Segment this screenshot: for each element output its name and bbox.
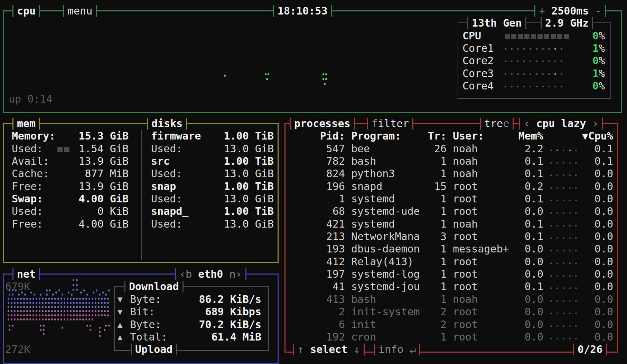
col-user[interactable]: User: (453, 130, 484, 142)
filter-button[interactable]: filter (367, 118, 413, 130)
upload-graph-dot (95, 314, 96, 316)
refresh-minus-button[interactable]: - (595, 5, 601, 17)
process-row[interactable]: 412Relay(413)1root0.00.0 (284, 256, 616, 268)
tab-menu[interactable]: menu (63, 5, 97, 17)
net-stat-label: Byte: (130, 293, 161, 306)
upload-graph-dot (45, 314, 47, 316)
iface-next-button[interactable]: n› (230, 268, 242, 280)
col-pid[interactable]: Pid: (295, 130, 345, 142)
tree-hotkey: e (503, 118, 509, 130)
process-cpu-spark-dot (550, 162, 552, 164)
process-threads: 2 (395, 306, 447, 318)
tree-button[interactable]: tree (480, 118, 514, 130)
net-stat-row: ▼Bit:689 Kibps (116, 306, 263, 318)
meter-block (544, 34, 549, 39)
download-graph-dot (95, 298, 96, 300)
process-row[interactable]: 421systemd1noah0.10.0 (284, 218, 616, 230)
process-row[interactable]: 2init-system2root0.00.0 (284, 306, 616, 318)
download-graph-dot (54, 302, 56, 304)
process-row[interactable]: 782bash1noah0.10.1 (284, 155, 616, 167)
download-graph-dot (108, 289, 110, 291)
net-panel-title[interactable]: net (12, 268, 40, 280)
process-row[interactable]: 193dbus-daemon1messageb+0.00.0 (284, 243, 616, 255)
download-graph-dot (68, 291, 69, 294)
upload-graph-dot (104, 310, 106, 312)
upload-graph-dot (60, 318, 62, 320)
download-graph-dot (14, 306, 16, 308)
process-row[interactable]: 68systemd-ude1root0.00.0 (284, 205, 616, 218)
process-user: root (453, 256, 478, 268)
process-row[interactable]: 192cron1root0.00.0 (284, 331, 616, 343)
download-graph-dot (21, 291, 23, 294)
process-row[interactable]: 41systemd-jou1root0.10.0 (284, 280, 616, 293)
process-row[interactable]: 547bee26noah2.20.1 (284, 143, 616, 155)
process-user: noah (453, 167, 478, 180)
processes-panel-title[interactable]: processes (290, 118, 355, 130)
process-cpu-spark-dot (569, 150, 571, 151)
process-row[interactable]: 824python31noah0.10.0 (284, 167, 616, 180)
process-cpu-spark-dot (563, 338, 564, 339)
process-mem-percent: 0.1 (506, 155, 543, 167)
process-mem-percent: 0.0 (506, 293, 543, 306)
process-threads: 1 (395, 155, 447, 167)
net-stat-row: ▲Total:61.4 MiB (116, 331, 263, 343)
process-cpu-percent: 0.0 (580, 318, 613, 331)
col-cpu-sorted[interactable]: ▼Cpu% (575, 130, 613, 142)
process-cpu-spark-dot (550, 237, 552, 239)
process-row[interactable]: 196snapd15root0.20.0 (284, 180, 616, 193)
col-threads[interactable]: Tr: (395, 130, 447, 142)
process-cpu-spark-dot (563, 300, 564, 302)
cpu-stat-row: Core40% (462, 80, 605, 92)
process-user: root (453, 306, 478, 318)
mem-row-label: Used: (12, 205, 43, 218)
process-name: snapd (351, 180, 382, 193)
iface-prev-button[interactable]: ‹b (179, 268, 192, 280)
usage-dot (517, 86, 519, 87)
upload-graph-dot (95, 310, 96, 312)
col-program[interactable]: Program: (351, 130, 401, 142)
download-graph-dot (73, 279, 74, 281)
usage-dot (505, 73, 506, 75)
process-name: init (351, 318, 376, 331)
upload-graph-dot (108, 325, 110, 327)
cpu-graph-dot (266, 78, 268, 80)
sort-prev-button[interactable]: ‹ (524, 118, 536, 130)
process-row[interactable]: 6init2root0.00.0 (284, 318, 616, 331)
net-stat-value: 61.4 MiB (178, 331, 261, 343)
disks-title-text: disks (151, 118, 183, 130)
meter-block (564, 34, 569, 39)
download-graph-dot (45, 306, 47, 308)
process-pid: 192 (295, 331, 345, 343)
process-threads: 1 (395, 193, 447, 205)
process-row[interactable]: 213NetworkMana3root0.10.0 (284, 230, 616, 243)
download-graph-dot (88, 298, 90, 300)
clock: 18:10:53 (273, 5, 332, 17)
sort-next-button[interactable]: › (586, 118, 599, 130)
upload-graph-dot (23, 310, 25, 312)
usage-dot (536, 48, 537, 50)
col-mem[interactable]: Mem% (499, 130, 543, 142)
download-graph-dot (45, 298, 47, 300)
select-control[interactable]: ↑ select ↓ (293, 344, 365, 355)
mem-row-value: 1.54 GiB (62, 143, 129, 155)
download-graph-dot (101, 302, 103, 304)
download-graph-dot (12, 289, 13, 291)
download-graph-dot (29, 302, 31, 304)
upload-graph-dot (60, 314, 62, 316)
process-row[interactable]: 1systemd1root0.10.0 (284, 193, 616, 205)
process-row[interactable]: 413bash1noah0.00.0 (284, 293, 616, 306)
info-control[interactable]: info ↵ (374, 344, 420, 355)
usage-dot (548, 48, 550, 50)
net-interface-switcher: ‹b eth0 n› (175, 268, 246, 280)
tab-cpu[interactable]: cpu (12, 5, 40, 17)
mem-row: Used:1.54 GiB (3, 143, 131, 155)
process-row[interactable]: 197systemd-log1root0.00.0 (284, 268, 616, 280)
mem-panel-title[interactable]: mem (12, 118, 40, 130)
refresh-plus-button[interactable]: + (539, 5, 545, 17)
disks-panel-title[interactable]: disks (147, 118, 187, 130)
mem-row-label: Memory: (12, 130, 55, 142)
upload-graph-dot (20, 314, 22, 316)
download-graph-dot (36, 302, 37, 304)
process-cpu-percent: 0.1 (580, 143, 613, 155)
usage-dot (505, 60, 506, 62)
